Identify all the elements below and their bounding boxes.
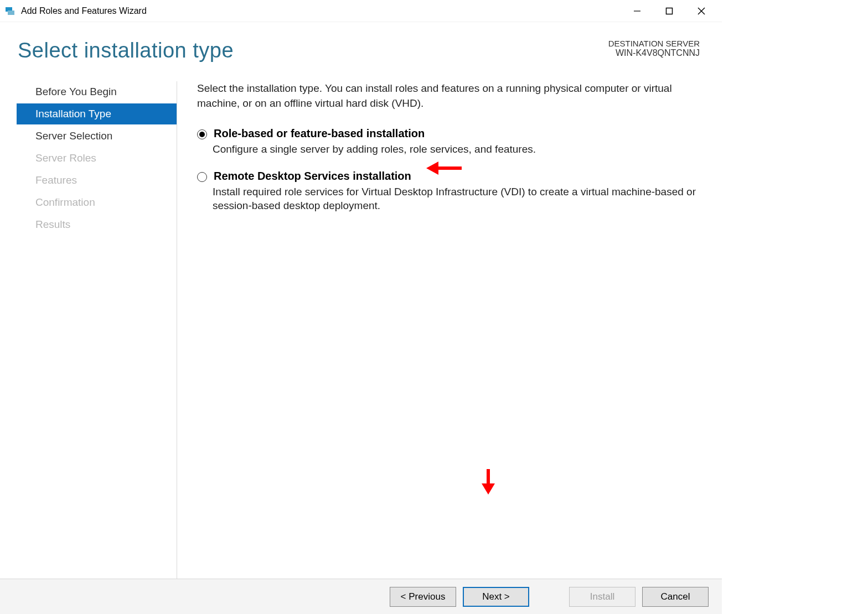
server-manager-icon (4, 6, 16, 17)
title-bar: Add Roles and Features Wizard (0, 0, 722, 22)
sidebar-item-confirmation: Confirmation (17, 192, 177, 213)
radio-option-1[interactable]: Remote Desktop Services installationInst… (197, 170, 700, 213)
radio-button[interactable] (197, 129, 207, 139)
wizard-footer: < Previous Next > Install Cancel (0, 579, 722, 614)
radio-title: Role-based or feature-based installation (214, 127, 425, 140)
install-button: Install (569, 587, 636, 607)
sidebar-item-features: Features (17, 170, 177, 191)
destination-label: DESTINATION SERVER (608, 39, 700, 48)
radio-content: Role-based or feature-based installation… (214, 127, 700, 157)
radio-button[interactable] (197, 172, 207, 182)
sidebar-item-server-selection[interactable]: Server Selection (17, 126, 177, 147)
radio-description: Install required role services for Virtu… (213, 185, 700, 213)
header-row: Select installation type DESTINATION SER… (0, 22, 722, 68)
previous-button[interactable]: < Previous (390, 587, 456, 607)
page-heading: Select installation type (18, 39, 234, 63)
wizard-sidebar: Before You BeginInstallation TypeServer … (0, 81, 177, 614)
intro-text: Select the installation type. You can in… (197, 81, 700, 111)
wizard-window: Add Roles and Features Wizard Select ins… (0, 0, 722, 614)
sidebar-item-before-you-begin[interactable]: Before You Begin (17, 81, 177, 102)
content-area: Select installation type DESTINATION SER… (0, 22, 722, 614)
window-title: Add Roles and Features Wizard (21, 6, 621, 16)
destination-info: DESTINATION SERVER WIN-K4V8QNTCNNJ (608, 39, 700, 58)
maximize-button[interactable] (653, 0, 685, 22)
window-controls (621, 0, 717, 22)
radio-description: Configure a single server by adding role… (213, 142, 700, 157)
main-body: Before You BeginInstallation TypeServer … (0, 68, 722, 614)
minimize-button[interactable] (621, 0, 653, 22)
sidebar-item-results: Results (17, 214, 177, 235)
annotation-arrow-icon (482, 469, 495, 496)
sidebar-item-installation-type[interactable]: Installation Type (17, 103, 177, 124)
sidebar-item-server-roles: Server Roles (17, 148, 177, 169)
next-button[interactable]: Next > (463, 587, 529, 607)
svg-rect-3 (666, 8, 673, 14)
radio-content: Remote Desktop Services installationInst… (214, 170, 700, 213)
radio-title: Remote Desktop Services installation (214, 170, 411, 183)
radio-option-0[interactable]: Role-based or feature-based installation… (197, 127, 700, 157)
annotation-arrow-icon (426, 162, 464, 175)
destination-server: WIN-K4V8QNTCNNJ (608, 48, 700, 58)
cancel-button[interactable]: Cancel (642, 587, 709, 607)
svg-rect-1 (8, 11, 14, 15)
close-button[interactable] (685, 0, 717, 22)
